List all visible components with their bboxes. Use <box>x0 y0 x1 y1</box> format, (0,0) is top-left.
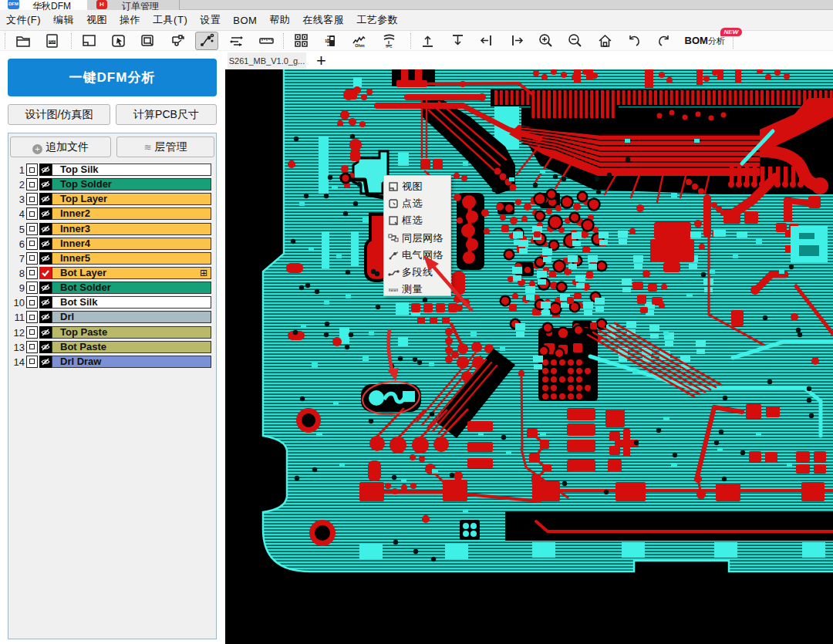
svg-text:IPC: IPC <box>386 44 393 49</box>
svg-text:PDF: PDF <box>49 40 56 44</box>
svg-text:Ohm: Ohm <box>355 43 365 48</box>
